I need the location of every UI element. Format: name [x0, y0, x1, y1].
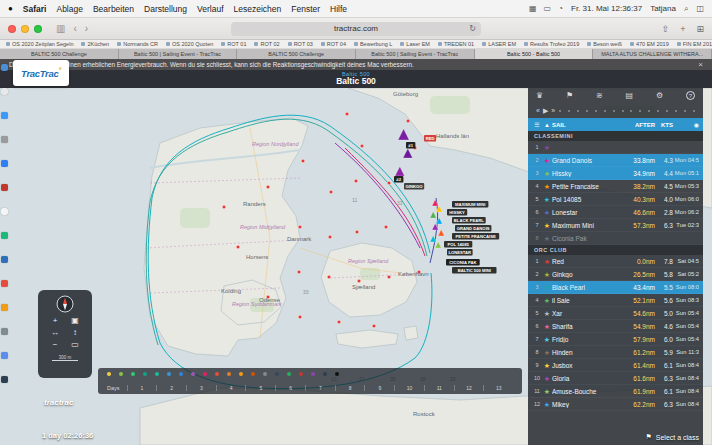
boat-label-chip[interactable]: GINKGO	[404, 183, 424, 190]
course-mark-dot[interactable]	[387, 181, 391, 185]
class-dot[interactable]	[251, 372, 255, 376]
boat-label-chip[interactable]: RED	[424, 135, 436, 142]
sidebar-toggle-icon[interactable]: ▥	[56, 23, 65, 34]
bookmark-item[interactable]: OS 2020 Quoten	[166, 41, 213, 47]
menu-item-ablage[interactable]: Ablage	[56, 4, 82, 14]
bookmark-item[interactable]: Results Trofeo 2019	[524, 41, 579, 47]
boat-label-chip[interactable]: GRAND DANOIS	[455, 225, 491, 232]
class-dot[interactable]	[227, 372, 231, 376]
help-icon[interactable]: ?	[686, 91, 695, 100]
menu-icon[interactable]: ☰	[532, 121, 542, 128]
timeline-tick[interactable]: 5	[245, 385, 275, 391]
notification-center-icon[interactable]: ◫	[696, 4, 704, 13]
class-dot[interactable]	[263, 372, 267, 376]
trophy-icon[interactable]: ♛	[536, 91, 543, 100]
course-mark-dot[interactable]	[337, 320, 341, 324]
sort-icon[interactable]: ▲	[542, 122, 552, 128]
browser-tab[interactable]: Baltic 500 | Sailing Event - TracTrac	[119, 49, 238, 59]
boat-label-chip[interactable]: BLACK PEARL	[452, 217, 486, 224]
wifi-icon[interactable]: ◔	[558, 4, 563, 13]
dock-icon[interactable]	[1, 304, 8, 311]
class-dot[interactable]	[239, 372, 243, 376]
boat-row[interactable]: 5★Pol 1408540.3nm4.0Mon 06:0	[528, 193, 703, 206]
timeline-tick[interactable]: 8	[335, 385, 365, 391]
battery-icon[interactable]: ▭	[544, 4, 552, 13]
forward-icon[interactable]: »	[551, 107, 555, 115]
course-mark-dot[interactable]	[329, 190, 333, 194]
course-mark-dot[interactable]	[384, 225, 388, 229]
menu-item-bearbeiten[interactable]: Bearbeiten	[93, 4, 134, 14]
class-dot[interactable]	[335, 372, 339, 376]
menu-item-verlauf[interactable]: Verlauf	[197, 4, 223, 14]
new-tab-icon[interactable]: +	[680, 24, 685, 34]
timeline-legend[interactable]: Days 12345678910111213	[98, 368, 522, 394]
boat-row[interactable]: 11★Amuse-Bouche61.9nm6.1Sun 08:4	[528, 385, 703, 398]
close-window-button[interactable]	[8, 25, 16, 33]
dock-icon[interactable]	[1, 232, 8, 239]
settings-icon[interactable]: ⚙	[656, 91, 663, 100]
column-kts[interactable]: KTS	[655, 122, 673, 128]
timeline-tick[interactable]: 10	[394, 385, 424, 391]
notice-close-icon[interactable]: ×	[698, 60, 703, 69]
dock-icon[interactable]	[1, 64, 8, 71]
course-mark-dot[interactable]	[372, 324, 376, 328]
boat-row[interactable]: 2★Ginkgo26.5nm5.8Sat 05:2	[528, 268, 703, 281]
boat-row[interactable]: 9★Jusbox61.4nm6.1Sun 08:4	[528, 359, 703, 372]
dock-icon[interactable]	[1, 160, 8, 167]
boat-label-chip[interactable]: POL 14085	[444, 241, 472, 248]
course-mark-dot[interactable]	[297, 270, 301, 274]
boat-label-chip[interactable]: HISSKY	[447, 209, 467, 216]
bookmark-item[interactable]: LASER EM	[482, 41, 516, 47]
menu-item-darstellung[interactable]: Darstellung	[144, 4, 187, 14]
boat-label-chip[interactable]: MAXIMUM MINI	[452, 201, 488, 208]
apple-menu-icon[interactable]: ●	[8, 4, 13, 13]
boat-row[interactable]: 3★Hissky34.9nm4.4Mon 05:1	[528, 167, 703, 180]
minimize-window-button[interactable]	[21, 25, 29, 33]
course-mark-dot[interactable]	[357, 279, 361, 283]
play-icon[interactable]: ▶	[543, 107, 548, 115]
boat-row[interactable]: 5★Xar54.6nm5.0Sun 05:4	[528, 307, 703, 320]
class-dot[interactable]	[203, 372, 207, 376]
bookmark-item[interactable]: ROT 04	[321, 41, 346, 47]
bookmark-item[interactable]: Bewerbung L	[354, 41, 392, 47]
dock-icon[interactable]	[1, 352, 8, 359]
course-mark-dot[interactable]	[355, 230, 359, 234]
boat-row[interactable]: 6★Lonestar46.6nm2.8Mon 06:2	[528, 206, 703, 219]
course-mark-dot[interactable]	[387, 275, 391, 279]
boat-label-chip[interactable]: CICONIA PAK	[446, 259, 480, 266]
boat-row[interactable]: 7★Maximum Mini57.3nm6.3Tue 02:3	[528, 219, 703, 232]
course-mark-dot[interactable]	[360, 144, 364, 148]
bookmark-item[interactable]: ROT 01	[221, 41, 246, 47]
course-mark-dot[interactable]	[327, 275, 331, 279]
timeline-tick[interactable]: 6	[275, 385, 305, 391]
course-mark-dot[interactable]	[222, 205, 226, 209]
boat-row[interactable]: 10★Gloria61.6nm6.3Sun 08:4	[528, 372, 703, 385]
dock-icon[interactable]	[1, 208, 8, 215]
boat-row[interactable]: 8★Hinden61.2nm5.9Sun 11:3	[528, 346, 703, 359]
boat-row[interactable]: 3★Black Pearl43.4nm5.5Sun 08:0	[528, 281, 703, 294]
select-class-button[interactable]: ⚑ Select a class	[646, 433, 699, 441]
dock-icon[interactable]	[1, 256, 8, 263]
bookmark-item[interactable]: TREDEN 01	[438, 41, 474, 47]
eye-icon[interactable]: ◉	[673, 121, 699, 128]
bookmark-item[interactable]: Beson weiß	[587, 41, 622, 47]
class-dot[interactable]	[323, 372, 327, 376]
timeline-tick[interactable]: 11	[424, 385, 454, 391]
class-dot[interactable]	[131, 372, 135, 376]
rewind-icon[interactable]: «	[536, 107, 540, 115]
browser-tab[interactable]: Baltic 500 - Baltic 500	[475, 49, 594, 59]
spotlight-icon[interactable]: ⌕	[684, 4, 688, 14]
dock-icon[interactable]	[1, 280, 8, 287]
course-mark-dot[interactable]	[354, 179, 358, 183]
zoom-out-button[interactable]: −	[51, 340, 59, 350]
column-after[interactable]: AFTER	[621, 122, 655, 128]
browser-tab[interactable]: BALTIC 500 Challenge	[237, 49, 356, 59]
bookmark-item[interactable]: 2Küchen	[81, 41, 109, 47]
boat-row[interactable]: 1★	[528, 141, 703, 154]
course-mark-dot[interactable]	[266, 185, 270, 189]
timeline-tick[interactable]: 13	[483, 385, 513, 391]
menu-item-fenster[interactable]: Fenster	[291, 4, 320, 14]
browser-tab[interactable]: BALTIC 500 Challenge	[0, 49, 119, 59]
menu-clock[interactable]: Fr. 31. Mai 12:36:37	[571, 4, 642, 13]
bookmark-item[interactable]: ROT 03	[288, 41, 313, 47]
